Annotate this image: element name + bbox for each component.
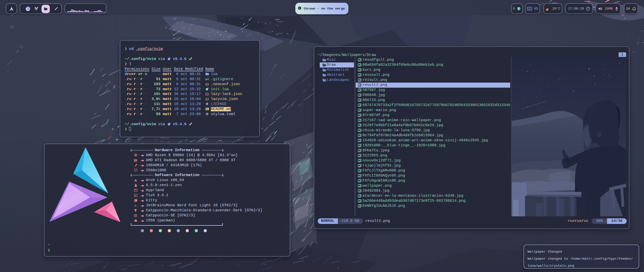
svg-text:c: c [519, 9, 520, 10]
svg-text:A: A [134, 204, 136, 207]
svg-text:git: git [205, 78, 209, 81]
svg-text:{}: {} [205, 82, 209, 85]
svg-text:{}: {} [205, 97, 209, 100]
svg-text:{}: {} [205, 92, 209, 95]
